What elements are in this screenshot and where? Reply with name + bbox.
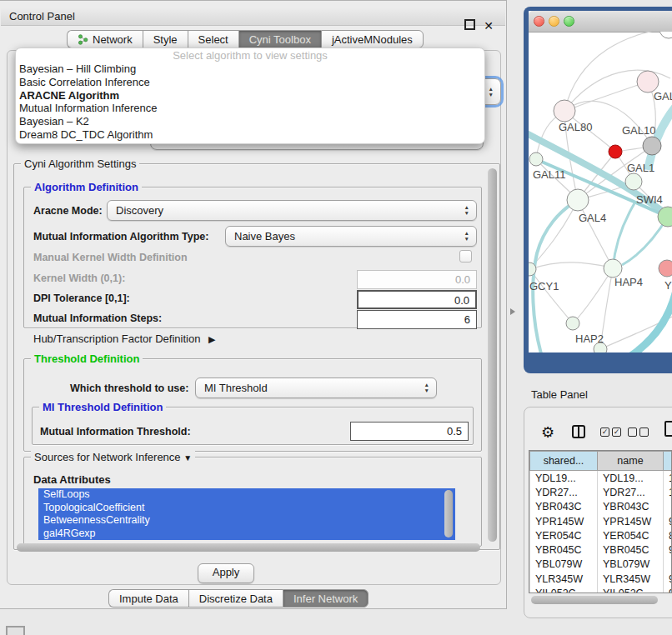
table-row[interactable]: YDR27...YDR27...12	[530, 485, 672, 499]
gear-icon[interactable]: ⚙	[541, 423, 554, 442]
network-node[interactable]	[604, 259, 622, 278]
network-node[interactable]	[659, 260, 672, 277]
column-header-a[interactable]: A	[664, 452, 672, 471]
table-cell: 9.	[664, 514, 672, 528]
control-panel-tabbar: NetworkStyleSelectCyni ToolboxjActiveMNo…	[67, 30, 424, 48]
screen: Control Panel ✕ NetworkStyleSelectCyni T…	[0, 0, 672, 635]
node-label-swi4: SWI4	[636, 193, 663, 206]
mi-type-combo[interactable]: Naive Bayes ▲▼	[225, 226, 477, 247]
table-cell: YER054C	[530, 528, 598, 542]
checked-columns-icon[interactable]: ✓✓	[600, 428, 621, 437]
settings-vscrollbar[interactable]	[488, 168, 497, 542]
table-row[interactable]: YBR043CYBR043C	[530, 500, 672, 514]
attribute-item-selfloops[interactable]: SelfLoops	[38, 488, 455, 502]
tab-label: Impute Data	[119, 592, 178, 605]
settings-hscrollbar[interactable]	[17, 543, 480, 552]
attribute-item-topologicalcoefficient[interactable]: TopologicalCoefficient	[38, 502, 455, 515]
aracne-mode-combo[interactable]: Discovery ▲▼	[107, 200, 477, 221]
algorithm-option-aracne-algorithm[interactable]: ARACNE Algorithm	[16, 89, 484, 102]
tab-jactivemnodules[interactable]: jActiveMNodules	[321, 30, 424, 48]
network-node[interactable]	[609, 145, 622, 158]
algorithm-option-mutual-information-inference[interactable]: Mutual Information Inference	[16, 102, 484, 115]
tab-cyni-toolbox[interactable]: Cyni Toolbox	[238, 30, 321, 48]
algorithm-option-basic-correlation-inference[interactable]: Basic Correlation Inference	[16, 76, 484, 89]
attribute-item-gal4rgexp[interactable]: gal4RGexp	[38, 528, 455, 541]
network-icon	[78, 34, 88, 45]
network-node[interactable]	[567, 189, 589, 211]
table-cell: 12	[664, 485, 672, 499]
split-divider-arrow[interactable]	[510, 308, 515, 315]
collapse-down-icon[interactable]: ▼	[183, 453, 192, 462]
table-cell: YIL052C	[598, 586, 664, 593]
table-row[interactable]: YIL052CYIL052C9.	[530, 586, 672, 593]
mi-threshold-field[interactable]: 0.5	[350, 422, 469, 441]
tab-network[interactable]: Network	[67, 30, 143, 48]
node-label-y: Y	[664, 279, 672, 292]
network-node[interactable]	[529, 152, 543, 166]
which-threshold-combo[interactable]: MI Threshold ▲▼	[195, 378, 437, 398]
network-node[interactable]	[566, 317, 579, 330]
column-header-shared[interactable]: shared...	[530, 452, 598, 471]
attributes-vscrollbar[interactable]	[444, 490, 453, 538]
zoom-traffic-light-icon[interactable]	[564, 16, 574, 27]
node-label-gal4: GAL4	[579, 212, 606, 224]
network-node[interactable]	[554, 100, 575, 122]
unchecked-columns-icon[interactable]	[628, 428, 649, 437]
table-row[interactable]: YBL079WYBL079W	[530, 558, 672, 572]
table-cell: YDR27...	[530, 485, 598, 499]
table-row[interactable]: YLR345WYLR345W9.	[530, 572, 672, 586]
table-cell	[664, 558, 672, 572]
tab-label: Style	[153, 33, 178, 46]
mi-steps-label: Mutual Information Steps:	[33, 312, 162, 324]
table-cell: 8.	[664, 528, 672, 542]
algorithm-option-dream8-dc-tdc-algorithm[interactable]: Dream8 DC_TDC Algorithm	[16, 128, 484, 142]
table-row[interactable]: YER054CYER054C8.	[530, 528, 672, 542]
control-panel-title: Control Panel	[9, 10, 75, 22]
hub-section-label[interactable]: Hub/Transcription Factor Definition ▶	[33, 332, 210, 345]
tab-style[interactable]: Style	[143, 30, 188, 48]
table-cell: 9.	[664, 542, 672, 557]
mi-threshold-group-title: MI Threshold Definition	[39, 401, 166, 413]
threshold-definition-title: Threshold Definition	[31, 352, 143, 365]
cyni-bottom-tabbar: Impute DataDiscretize DataInfer Network	[108, 589, 369, 608]
column-header-name[interactable]: name	[598, 452, 664, 471]
combo-arrows-icon: ▲▼	[489, 86, 494, 98]
network-node[interactable]	[643, 137, 661, 155]
algorithm-option-bayesian-hill-climbing[interactable]: Bayesian – Hill Climbing	[16, 62, 484, 76]
data-attributes-list[interactable]: SelfLoopsTopologicalCoefficientBetweenne…	[38, 488, 455, 540]
manual-kernel-label: Manual Kernel Width Definition	[33, 252, 188, 263]
table-cell: YLR345W	[530, 572, 598, 586]
network-canvas[interactable]: GALGAL80GAL10GAL1GAL11SWI4GAL4GCY1HAP4YH…	[529, 32, 672, 352]
kernel-width-label: Kernel Width (0,1):	[33, 272, 125, 284]
network-node[interactable]	[625, 173, 642, 190]
node-label-gal11: GAL11	[533, 168, 566, 181]
tab-select[interactable]: Select	[188, 30, 238, 48]
network-window-titlebar[interactable]	[529, 11, 672, 32]
table-row[interactable]: YPR145WYPR145W9.	[530, 514, 672, 528]
table-row[interactable]: YBR045CYBR045C9.	[530, 542, 672, 557]
manual-kernel-checkbox[interactable]	[459, 250, 472, 262]
float-window-icon[interactable]	[464, 19, 475, 30]
table-cell: YPR145W	[598, 514, 664, 528]
dpi-tolerance-field[interactable]: 0.0	[357, 290, 477, 309]
tab-infer-network[interactable]: Infer Network	[283, 589, 369, 608]
expand-right-icon[interactable]: ▶	[208, 334, 215, 344]
document-icon[interactable]	[664, 421, 672, 437]
close-icon[interactable]: ✕	[484, 17, 494, 35]
minimize-traffic-light-icon[interactable]	[549, 16, 559, 27]
attribute-item-betweennesscentrality[interactable]: BetweennessCentrality	[38, 514, 455, 528]
algorithm-option-bayesian-k2[interactable]: Bayesian – K2	[16, 115, 484, 128]
split-columns-icon[interactable]	[572, 425, 585, 438]
table-row[interactable]: YDL19...YDL19...13	[530, 471, 672, 486]
tab-discretize-data[interactable]: Discretize Data	[188, 589, 283, 608]
apply-button[interactable]: Apply	[198, 563, 254, 583]
kernel-width-field: 0.0	[357, 270, 477, 289]
network-node[interactable]	[659, 32, 672, 38]
tab-impute-data[interactable]: Impute Data	[108, 589, 188, 608]
table-hscrollbar[interactable]	[531, 596, 658, 604]
node-table[interactable]: shared...nameAYDL19...YDL19...13YDR27...…	[529, 450, 672, 593]
sources-group-title: Sources for Network Inference ▼	[31, 451, 195, 463]
minimized-panel-icon[interactable]	[6, 626, 25, 635]
close-traffic-light-icon[interactable]	[534, 16, 544, 27]
mi-steps-field[interactable]: 6	[357, 310, 477, 329]
